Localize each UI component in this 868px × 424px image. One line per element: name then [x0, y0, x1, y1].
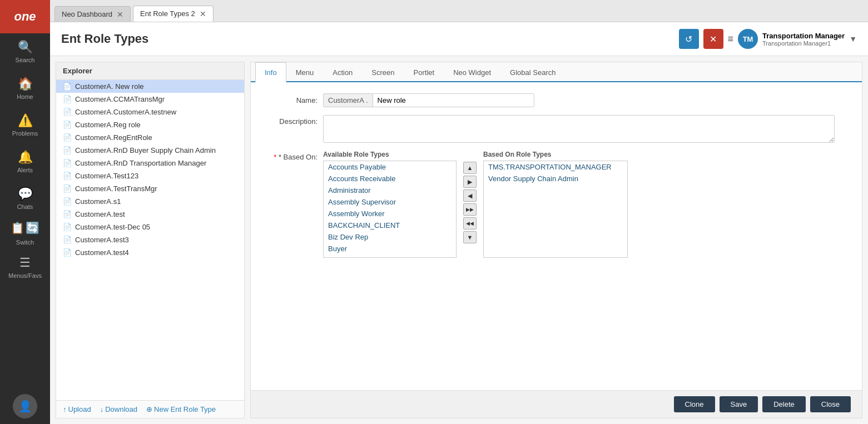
- explorer-item-8[interactable]: 📄 CustomerA.Test123: [56, 169, 244, 182]
- available-item-3[interactable]: Administrator: [324, 184, 456, 196]
- explorer-item-12[interactable]: 📄 CustomerA.test-Dec 05: [56, 221, 244, 233]
- switch-icon-left: 📋: [11, 221, 24, 235]
- delete-button[interactable]: Delete: [762, 396, 806, 412]
- sidebar-item-menus[interactable]: ☰ Menus/Favs: [0, 249, 50, 286]
- close-button[interactable]: ✕: [703, 29, 723, 49]
- inner-tabs: Info Menu Action Screen Portlet Neo Widg…: [251, 62, 862, 82]
- file-icon: 📄: [63, 223, 72, 231]
- user-info: TM Transportation Manager Transportation…: [738, 29, 857, 49]
- tab-menu[interactable]: Menu: [286, 62, 324, 82]
- chats-icon: 💬: [18, 187, 33, 201]
- available-list-header: Available Role Types: [323, 151, 457, 158]
- based-on-content: Available Role Types Accounts Payable Ac…: [323, 151, 628, 258]
- based-on-item-1[interactable]: TMS.TRANSPORTATION_MANAGER: [484, 161, 627, 173]
- based-on-item-2[interactable]: Vendor Supply Chain Admin: [484, 173, 627, 184]
- transfer-buttons: ▲ ▶ ◀ ▶▶ ◀◀ ▼: [461, 151, 479, 243]
- available-item-7[interactable]: Biz Dev Rep: [324, 231, 456, 243]
- tab-screen[interactable]: Screen: [362, 62, 404, 82]
- remove-one-button[interactable]: ◀: [463, 189, 477, 202]
- file-icon: 📄: [63, 82, 72, 91]
- new-role-link[interactable]: ⊕ New Ent Role Type: [146, 405, 216, 413]
- file-icon: 📄: [63, 95, 72, 103]
- available-role-list[interactable]: Accounts Payable Accounts Receivable Adm…: [323, 161, 457, 258]
- file-icon: 📄: [63, 197, 72, 206]
- based-on-list-header: Based On Role Types: [483, 151, 628, 158]
- sidebar-item-switch[interactable]: 📋 🔄: [0, 217, 50, 239]
- explorer-item-4[interactable]: 📄 CustomerA.Reg role: [56, 118, 244, 131]
- explorer-item-9[interactable]: 📄 CustomerA.TestTransMgr: [56, 182, 244, 195]
- tab-global-search[interactable]: Global Search: [500, 62, 565, 82]
- explorer-list: 📄 CustomerA. New role 📄 CustomerA.CCMATr…: [56, 80, 244, 400]
- tab-info[interactable]: Info: [255, 62, 286, 82]
- main-area: Neo Dashboard ✕ Ent Role Types 2 ✕ Ent R…: [50, 0, 868, 424]
- available-item-6[interactable]: BACKCHAIN_CLIENT: [324, 220, 456, 231]
- alerts-icon: 🔔: [18, 150, 33, 164]
- available-list-container: Available Role Types Accounts Payable Ac…: [323, 151, 457, 258]
- sidebar-item-problems[interactable]: ⚠️ Problems: [0, 107, 50, 143]
- transfer-to-bottom-button[interactable]: ▼: [463, 231, 477, 243]
- explorer-item-14[interactable]: 📄 CustomerA.test4: [56, 246, 244, 259]
- explorer-item-6[interactable]: 📄 CustomerA.RnD Buyer Supply Chain Admin: [56, 144, 244, 157]
- user-dropdown-arrow[interactable]: ▼: [849, 34, 857, 43]
- description-input[interactable]: [323, 115, 835, 143]
- sidebar-item-chats[interactable]: 💬 Chats: [0, 180, 50, 217]
- menu-button[interactable]: ≡: [728, 33, 734, 45]
- close-action-button[interactable]: Close: [810, 396, 851, 412]
- explorer-item-3[interactable]: 📄 CustomerA.CustomerA.testnew: [56, 106, 244, 118]
- explorer-item-1[interactable]: 📄 CustomerA. New role: [56, 80, 244, 93]
- close-neo-dashboard-tab[interactable]: ✕: [117, 11, 123, 18]
- add-one-button[interactable]: ▶: [463, 176, 477, 188]
- available-item-8[interactable]: Buyer: [324, 243, 456, 255]
- tab-action[interactable]: Action: [323, 62, 362, 82]
- file-icon: 📄: [63, 236, 72, 244]
- add-all-button[interactable]: ▶▶: [463, 203, 477, 216]
- tab-neo-dashboard[interactable]: Neo Dashboard ✕: [54, 6, 131, 22]
- user-avatar-bottom[interactable]: 👤: [13, 394, 37, 418]
- file-icon: 📄: [63, 172, 72, 180]
- tab-portlet[interactable]: Portlet: [404, 62, 444, 82]
- available-item-4[interactable]: Assembly Supervisor: [324, 196, 456, 208]
- file-icon: 📄: [63, 184, 72, 193]
- download-link[interactable]: ↓ Download: [100, 405, 137, 413]
- sidebar-item-alerts[interactable]: 🔔 Alerts: [0, 143, 50, 180]
- explorer-header: Explorer: [56, 62, 244, 80]
- remove-all-button[interactable]: ◀◀: [463, 217, 477, 230]
- description-row: Description:: [262, 115, 851, 143]
- transfer-to-top-button[interactable]: ▲: [463, 162, 477, 174]
- sidebar-item-search[interactable]: 🔍 Search: [0, 33, 50, 70]
- explorer-item-13[interactable]: 📄 CustomerA.test3: [56, 233, 244, 246]
- page-title: Ent Role Types: [61, 32, 679, 46]
- available-item-5[interactable]: Assembly Worker: [324, 208, 456, 220]
- name-input[interactable]: [373, 93, 534, 107]
- close-ent-role-types-tab[interactable]: ✕: [200, 10, 206, 18]
- refresh-button[interactable]: ↺: [679, 29, 699, 49]
- home-icon: 🏠: [18, 77, 33, 91]
- explorer-item-2[interactable]: 📄 CustomerA.CCMATransMgr: [56, 93, 244, 106]
- file-icon: 📄: [63, 210, 72, 218]
- explorer-item-11[interactable]: 📄 CustomerA.test: [56, 208, 244, 221]
- available-item-1[interactable]: Accounts Payable: [324, 161, 456, 173]
- available-item-2[interactable]: Accounts Receivable: [324, 173, 456, 184]
- form-area: Name: CustomerA . Description: * * Based…: [251, 82, 862, 390]
- upload-link[interactable]: ↑ Upload: [63, 405, 91, 413]
- content-area: Explorer 📄 CustomerA. New role 📄 Custome…: [50, 56, 868, 424]
- detail-panel: Info Menu Action Screen Portlet Neo Widg…: [250, 62, 862, 418]
- based-on-role-list[interactable]: TMS.TRANSPORTATION_MANAGER Vendor Supply…: [483, 161, 628, 258]
- explorer-item-5[interactable]: 📄 CustomerA.RegEntRole: [56, 131, 244, 144]
- based-on-row: * * Based On: Available Role Types Accou…: [262, 151, 851, 258]
- app-logo[interactable]: one: [0, 0, 50, 33]
- clone-button[interactable]: Clone: [674, 396, 715, 412]
- download-arrow-icon: ↓: [100, 405, 104, 413]
- name-row: Name: CustomerA .: [262, 93, 851, 107]
- save-button[interactable]: Save: [720, 396, 758, 412]
- tab-neo-widget[interactable]: Neo Widget: [444, 62, 500, 82]
- file-icon: 📄: [63, 146, 72, 154]
- sidebar-item-home[interactable]: 🏠 Home: [0, 70, 50, 107]
- description-label: Description:: [262, 115, 318, 126]
- explorer-item-10[interactable]: 📄 CustomerA.s1: [56, 195, 244, 208]
- user-avatar: TM: [738, 29, 758, 49]
- tab-ent-role-types[interactable]: Ent Role Types 2 ✕: [133, 6, 214, 22]
- name-prefix: CustomerA .: [323, 93, 373, 107]
- explorer-item-7[interactable]: 📄 CustomerA.RnD Transportation Manager: [56, 157, 244, 169]
- page-header: Ent Role Types ↺ ✕ ≡ TM Transportation M…: [50, 22, 868, 56]
